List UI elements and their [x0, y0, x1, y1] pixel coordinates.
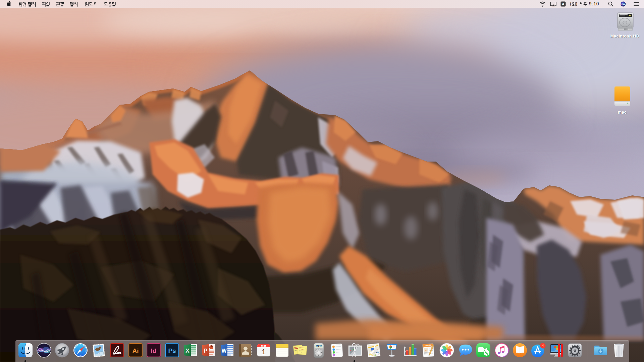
- svg-text:4: 4: [542, 344, 544, 348]
- svg-text:P: P: [204, 348, 208, 354]
- svg-text:Id: Id: [151, 347, 157, 354]
- svg-text:A: A: [562, 2, 565, 6]
- svg-text:X: X: [185, 348, 190, 354]
- svg-text:DVD: DVD: [315, 344, 322, 348]
- svg-text:3D: 3D: [376, 351, 379, 354]
- svg-text:Ps: Ps: [168, 347, 176, 354]
- svg-text:1: 1: [262, 348, 266, 356]
- svg-text:W: W: [221, 348, 227, 354]
- svg-text:Ai: Ai: [132, 347, 139, 354]
